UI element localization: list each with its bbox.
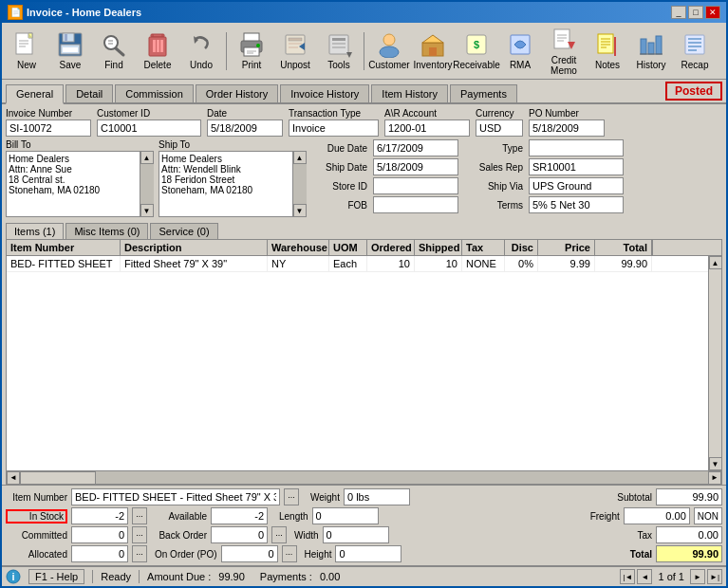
bill-to-scroll-down[interactable]: ▼ (140, 204, 154, 217)
type-input[interactable] (529, 139, 624, 156)
terms-input[interactable] (529, 196, 624, 213)
window-controls[interactable]: _ □ ✕ (671, 6, 720, 19)
grid-body[interactable]: BED- FITTED SHEET Fitted Sheet 79" X 39"… (7, 256, 708, 470)
items-tab-misc[interactable]: Misc Items (0) (65, 223, 148, 239)
ar-account-input[interactable] (384, 119, 470, 137)
item-number-field[interactable] (71, 488, 280, 505)
po-number-group: PO Number (529, 108, 605, 137)
close-button[interactable]: ✕ (705, 6, 720, 19)
find-button[interactable]: Find (93, 26, 135, 77)
grid-scroll-right[interactable]: ► (708, 471, 721, 485)
grid-scroll-left[interactable]: ◄ (7, 471, 20, 485)
customer-button[interactable]: Customer (368, 26, 410, 77)
notes-button[interactable]: Notes (587, 26, 628, 77)
committed-field[interactable] (71, 526, 128, 543)
weight-field[interactable] (344, 488, 410, 505)
cell-ordered: 10 (367, 256, 415, 271)
available-field[interactable] (211, 507, 268, 524)
recap-button[interactable]: Recap (674, 26, 716, 77)
in-stock-field[interactable] (71, 507, 128, 524)
inventory-button[interactable]: Inventory (412, 26, 454, 77)
date-input[interactable] (207, 119, 283, 137)
ship-date-input[interactable] (373, 158, 458, 175)
nav-last[interactable]: ►| (707, 569, 722, 584)
cell-total: 99.90 (595, 256, 652, 271)
invoice-number-input[interactable] (6, 119, 91, 137)
po-number-input[interactable] (529, 119, 605, 137)
tools-button[interactable]: Tools (318, 26, 360, 77)
recap-label: Recap (681, 60, 709, 70)
transaction-type-input[interactable] (289, 119, 379, 137)
bill-to-scroll-up[interactable]: ▲ (140, 151, 154, 164)
history-button[interactable]: History (630, 26, 672, 77)
grid-vertical-scrollbar[interactable]: ▲ ▼ (708, 256, 721, 470)
ship-to-scroll-up[interactable]: ▲ (293, 151, 307, 164)
cell-uom: Each (329, 256, 367, 271)
backorder-dots[interactable]: ··· (271, 526, 287, 543)
items-tab-service[interactable]: Service (0) (150, 223, 217, 239)
delete-button[interactable]: Delete (137, 26, 178, 77)
sales-rep-input[interactable] (529, 158, 624, 175)
maximize-button[interactable]: □ (688, 6, 703, 19)
receivable-button[interactable]: $ Receivable (456, 26, 497, 77)
item-number-dots[interactable]: ··· (284, 488, 299, 505)
status-ready: Ready (101, 571, 131, 582)
tab-general[interactable]: General (6, 84, 64, 104)
table-row[interactable]: BED- FITTED SHEET Fitted Sheet 79" X 39"… (7, 256, 708, 272)
tax-field[interactable] (656, 526, 722, 543)
cell-disc: 0% (505, 256, 538, 271)
terms-row: Terms (468, 196, 624, 213)
ship-to-scroll-down[interactable]: ▼ (293, 204, 307, 217)
unpost-icon (282, 31, 308, 58)
store-id-row: Store ID (315, 177, 458, 194)
total-field[interactable] (656, 545, 722, 562)
currency-input[interactable] (476, 119, 523, 137)
length-field[interactable] (312, 507, 379, 524)
height-field[interactable] (335, 545, 401, 562)
ship-to-textarea[interactable]: Home Dealers Attn: Wendell Blink 18 Feri… (159, 151, 306, 217)
tab-item-history[interactable]: Item History (371, 84, 448, 102)
on-order-dots[interactable]: ··· (282, 545, 297, 562)
tab-detail[interactable]: Detail (65, 84, 113, 102)
save-icon (57, 31, 84, 58)
due-date-label: Due Date (315, 143, 367, 154)
nav-next[interactable]: ► (690, 569, 705, 584)
tab-payments[interactable]: Payments (450, 84, 517, 102)
committed-dots[interactable]: ··· (132, 526, 147, 543)
freight-field[interactable] (624, 507, 690, 524)
print-button[interactable]: Print (231, 26, 272, 77)
on-order-field[interactable] (221, 545, 278, 562)
subtotal-field[interactable] (656, 488, 722, 505)
grid-scroll-down[interactable]: ▼ (709, 457, 722, 470)
in-stock-dots[interactable]: ··· (132, 507, 147, 524)
width-field[interactable] (323, 526, 389, 543)
grid-scroll-up[interactable]: ▲ (709, 256, 722, 269)
minimize-button[interactable]: _ (671, 6, 686, 19)
freight-label: Freight (572, 511, 620, 522)
tab-invoice-history[interactable]: Invoice History (280, 84, 369, 102)
backorder-field[interactable] (211, 526, 268, 543)
amount-due-value: 99.90 (218, 571, 245, 582)
credit-memo-button[interactable]: Credit Memo (543, 26, 585, 77)
due-date-input[interactable] (373, 139, 458, 156)
unpost-button[interactable]: Unpost (274, 26, 316, 77)
rma-button[interactable]: RMA (499, 26, 541, 77)
new-button[interactable]: New (6, 26, 47, 77)
customer-id-input[interactable] (97, 119, 201, 137)
tab-order-history[interactable]: Order History (196, 84, 278, 102)
col-ordered: Ordered (367, 240, 415, 255)
save-button[interactable]: Save (49, 26, 91, 77)
allocated-field[interactable] (71, 545, 128, 562)
ship-via-input[interactable] (529, 177, 624, 194)
store-id-input[interactable] (373, 177, 458, 194)
allocated-dots[interactable]: ··· (132, 545, 147, 562)
delete-icon (144, 31, 171, 58)
nav-first[interactable]: |◄ (620, 569, 635, 584)
bill-to-textarea[interactable]: Home Dealers Attn: Anne Sue 18 Central s… (6, 151, 153, 217)
nav-prev[interactable]: ◄ (637, 569, 652, 584)
items-tab-items[interactable]: Items (1) (6, 223, 64, 239)
grid-horizontal-scrollbar[interactable]: ◄ ► (7, 470, 721, 484)
fob-input[interactable] (373, 196, 458, 213)
tab-commission[interactable]: Commission (115, 84, 194, 102)
undo-button[interactable]: Undo (180, 26, 222, 77)
